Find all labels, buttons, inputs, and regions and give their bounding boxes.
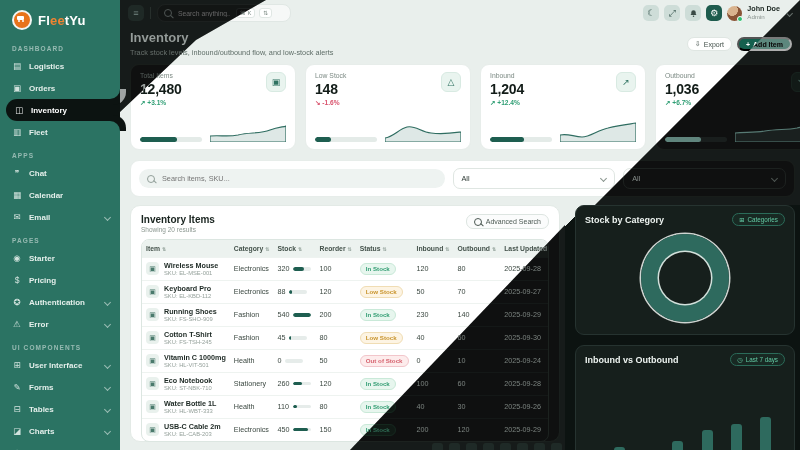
stock-bar-track xyxy=(293,382,311,386)
categories-button[interactable]: ⊞Categories xyxy=(732,213,785,226)
sidebar-item-starter[interactable]: ◉Starter xyxy=(0,247,120,269)
chevron-down-icon[interactable] xyxy=(786,9,793,16)
status-filter-select[interactable]: All xyxy=(623,168,786,189)
email-icon: ✉ xyxy=(12,212,22,222)
stock-bar-fill xyxy=(293,405,297,409)
stat-progress-track xyxy=(490,137,552,142)
global-search-input[interactable] xyxy=(176,9,232,18)
sidebar-item-forms[interactable]: ✎Forms xyxy=(0,376,120,398)
column-header-status[interactable]: Status⇅ xyxy=(356,240,413,258)
sidebar-nav: DASHBOARD▤Logistics▣Orders◫Inventory▥Fle… xyxy=(0,45,120,450)
table-row[interactable]: ▣Running ShoesSKU: FS-SHO-909Fashion5402… xyxy=(142,303,549,326)
category-filter-select[interactable]: All xyxy=(453,168,616,189)
sidebar-item-logistics[interactable]: ▤Logistics xyxy=(0,55,120,77)
pagination-button[interactable] xyxy=(517,443,528,450)
stat-label: Outbound xyxy=(665,72,699,79)
pagination-button[interactable] xyxy=(449,443,460,450)
item-stock: 540 xyxy=(273,303,315,326)
stock-bar-fill xyxy=(289,336,290,340)
column-header-item[interactable]: Item⇅ xyxy=(142,240,230,258)
pagination-button[interactable] xyxy=(551,443,562,450)
stat-trend: ↘ -1.6% xyxy=(315,99,346,107)
item-reorder: 150 xyxy=(315,418,355,440)
inbound-bar[interactable] xyxy=(672,441,683,450)
stock-value: 110 xyxy=(277,402,288,411)
table-row[interactable]: ▣Wireless MouseSKU: EL-MSE-001Electronic… xyxy=(142,258,549,281)
add-item-button[interactable]: +Add Item xyxy=(737,37,792,51)
sidebar-item-orders[interactable]: ▣Orders xyxy=(0,77,120,99)
table-row[interactable]: ▣Cotton T-ShirtSKU: FS-TSH-245Fashion458… xyxy=(142,326,549,349)
item-category: Fashion xyxy=(230,326,274,349)
orders-icon: ▣ xyxy=(12,83,22,93)
stock-value: 320 xyxy=(277,264,289,273)
column-header-category[interactable]: Category⇅ xyxy=(230,240,274,258)
plus-icon: + xyxy=(746,41,750,48)
sidebar-item-charts[interactable]: ◪Charts xyxy=(0,420,120,442)
shortcut-badge: ⌘ K xyxy=(236,8,255,18)
brand-logo[interactable]: FleetYu xyxy=(0,0,120,36)
stat-value: 12,480 xyxy=(140,81,182,97)
stat-trend: ↗ +3.1% xyxy=(140,99,182,107)
inbound-bar[interactable] xyxy=(760,417,771,450)
chevron-down-icon xyxy=(104,213,111,220)
item-name: Vitamin C 1000mg xyxy=(164,353,226,362)
fullscreen-button[interactable]: ⤢ xyxy=(664,5,680,21)
sidebar-item-chat[interactable]: ❞Chat xyxy=(0,162,120,184)
table-row[interactable]: ▣USB-C Cable 2mSKU: EL-CAB-203Electronic… xyxy=(142,418,549,440)
package-icon: ▣ xyxy=(146,285,159,298)
stat-progress-track xyxy=(665,137,727,142)
inbound-bar[interactable] xyxy=(702,430,713,450)
sidebar-item-authentication[interactable]: ✪Authentication xyxy=(0,291,120,313)
notifications-button[interactable] xyxy=(685,5,701,21)
sidebar-item-email[interactable]: ✉Email xyxy=(0,206,120,228)
stock-bar-fill xyxy=(293,382,302,386)
global-search[interactable]: ⌘ K ⇅ xyxy=(157,4,291,22)
stat-progress-fill xyxy=(140,137,177,142)
stat-progress-fill xyxy=(665,137,701,142)
settings-button[interactable]: ⚙ xyxy=(706,5,722,21)
sort-icon: ⇅ xyxy=(265,246,269,252)
sidebar-item-icons[interactable]: ❋Icons xyxy=(0,442,120,450)
sidebar-item-error[interactable]: ⚠Error xyxy=(0,313,120,335)
item-outbound: 30 xyxy=(454,395,501,418)
last-7-days-button[interactable]: ◷Last 7 days xyxy=(730,353,785,366)
column-header-stock[interactable]: Stock⇅ xyxy=(273,240,315,258)
expand-icon: ⤢ xyxy=(669,8,676,19)
avatar[interactable] xyxy=(727,6,742,21)
item-outbound: 70 xyxy=(454,280,501,303)
sidebar-item-fleet[interactable]: ▥Fleet xyxy=(0,121,120,143)
table-row[interactable]: ▣Eco NotebookSKU: ST-NBK-710Stationery26… xyxy=(142,372,549,395)
sidebar-item-pricing[interactable]: $Pricing xyxy=(0,269,120,291)
column-header-reorder[interactable]: Reorder⇅ xyxy=(315,240,355,258)
pagination-button[interactable] xyxy=(500,443,511,450)
dark-mode-toggle-button[interactable]: ☾ xyxy=(643,5,659,21)
grid-icon: ⊞ xyxy=(739,216,744,223)
inbound-bar[interactable] xyxy=(731,424,742,450)
column-header-inbound[interactable]: Inbound⇅ xyxy=(413,240,454,258)
chevron-down-icon xyxy=(104,298,111,305)
column-header-last-updated[interactable]: Last Updated⇅ xyxy=(500,240,549,258)
item-inbound: 0 xyxy=(413,349,454,372)
sidebar-item-calendar[interactable]: ▦Calendar xyxy=(0,184,120,206)
column-header-outbound[interactable]: Outbound⇅ xyxy=(454,240,501,258)
item-name: Keyboard Pro xyxy=(164,284,211,293)
table-row[interactable]: ▣Vitamin C 1000mgSKU: HL-VIT-501Health05… xyxy=(142,349,549,372)
item-name: Wireless Mouse xyxy=(164,261,218,270)
table-row[interactable]: ▣Water Bottle 1LSKU: HL-WBT-333Health110… xyxy=(142,395,549,418)
items-search-input[interactable] xyxy=(160,173,437,184)
sidebar-toggle-button[interactable]: ≡ xyxy=(128,5,144,21)
advanced-search-button[interactable]: Advanced Search xyxy=(466,214,549,229)
item-stock: 110 xyxy=(273,395,315,418)
truck-logo-icon xyxy=(12,10,32,30)
sidebar-item-inventory[interactable]: ◫Inventory xyxy=(6,99,120,121)
pagination-button[interactable] xyxy=(534,443,545,450)
user-info[interactable]: John Doe Admin xyxy=(747,5,780,20)
table-row[interactable]: ▣Keyboard ProSKU: EL-KBD-112Electronics8… xyxy=(142,280,549,303)
sidebar-item-user-interface[interactable]: ⊞User Interface xyxy=(0,354,120,376)
sidebar-item-tables[interactable]: ⊟Tables xyxy=(0,398,120,420)
pagination-button[interactable] xyxy=(466,443,477,450)
pagination-button[interactable] xyxy=(432,443,443,450)
items-search[interactable] xyxy=(139,169,445,188)
pagination-button[interactable] xyxy=(483,443,494,450)
export-button[interactable]: ⇩Export xyxy=(687,37,732,51)
